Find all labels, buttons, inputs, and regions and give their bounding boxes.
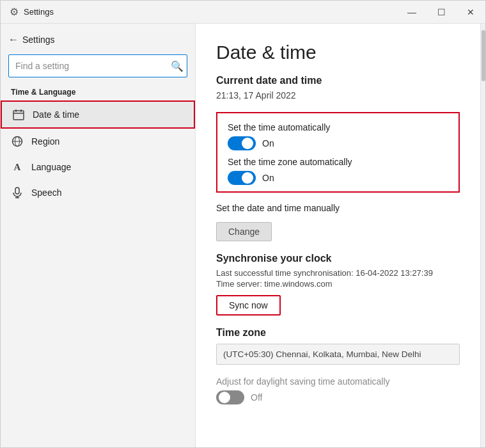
main-content: Date & time Current date and time 21:13,… [196,24,480,447]
maximize-button[interactable]: ☐ [427,1,456,24]
search-input[interactable] [8,54,187,77]
set-timezone-auto-row: Set the time zone automatically On [228,157,448,185]
set-manual-label: Set the date and time manually [216,203,460,213]
titlebar: ⚙ Settings — ☐ ✕ [1,1,485,24]
page-title: Date & time [216,42,460,63]
timezone-section: Time zone (UTC+05:30) Chennai, Kolkata, … [216,327,460,365]
auto-settings-section: Set the time automatically On Set the ti… [216,112,460,193]
back-button[interactable]: ← Settings [1,29,195,51]
set-time-auto-control: On [228,136,448,150]
titlebar-title: Settings [24,7,54,17]
sync-section-label: Synchronise your clock [216,253,460,264]
set-time-auto-row: Set the time automatically On [228,122,448,150]
sidebar-item-language-label: Language [31,162,71,172]
toggle-thumb-2 [242,172,253,184]
sidebar-item-date-time-label: Date & time [33,109,79,120]
timezone-dropdown[interactable]: (UTC+05:30) Chennai, Kolkata, Mumbai, Ne… [216,344,460,365]
search-icon-button[interactable]: 🔍 [171,60,184,72]
set-timezone-auto-toggle[interactable] [228,171,256,185]
speech-icon [11,186,24,199]
minimize-button[interactable]: — [397,1,427,24]
sync-now-button[interactable]: Sync now [216,295,281,316]
sidebar-item-speech-label: Speech [31,188,61,198]
titlebar-controls: — ☐ ✕ [397,1,485,24]
sync-info-2: Time server: time.windows.com [216,279,460,289]
set-timezone-auto-value: On [262,173,274,183]
settings-icon: ⚙ [10,6,19,18]
settings-window: ⚙ Settings — ☐ ✕ ← Settings 🔍 Time & Lan… [0,0,486,448]
daylight-control: Off [216,390,460,404]
daylight-value: Off [251,392,262,403]
content-area: ← Settings 🔍 Time & Language Date & t [1,24,485,447]
change-button[interactable]: Change [216,222,272,241]
sidebar-item-speech[interactable]: Speech [1,180,195,205]
sidebar-item-date-time[interactable]: Date & time [1,100,195,129]
set-time-auto-toggle[interactable] [228,136,256,150]
svg-rect-0 [13,111,24,120]
toggle-thumb-3 [219,392,230,403]
daylight-toggle[interactable] [216,390,244,404]
language-icon: A [11,161,24,173]
set-time-auto-value: On [262,138,274,148]
manual-section: Set the date and time manually Change [216,203,460,241]
sidebar-item-region[interactable]: Region [1,129,195,154]
scrollbar-thumb[interactable] [482,30,485,81]
current-datetime: 21:13, 17 April 2022 [216,90,460,100]
scrollbar-track[interactable] [480,24,485,447]
daylight-label: Adjust for daylight saving time automati… [216,376,460,387]
sidebar-item-language[interactable]: A Language [1,154,195,180]
sidebar-item-region-label: Region [31,136,59,147]
sidebar-section-label: Time & Language [1,85,195,100]
sync-info-1: Last successful time synchronisation: 16… [216,268,460,278]
search-box: 🔍 [8,54,187,77]
close-button[interactable]: ✕ [456,1,485,24]
back-label: Settings [22,35,55,45]
svg-rect-7 [15,188,19,194]
set-timezone-auto-label: Set the time zone automatically [228,157,448,167]
timezone-label: Time zone [216,327,460,339]
region-icon [11,135,24,148]
daylight-section: Adjust for daylight saving time automati… [216,376,460,404]
sync-section: Synchronise your clock Last successful t… [216,253,460,316]
back-arrow-icon: ← [8,34,19,45]
set-time-auto-label: Set the time automatically [228,122,448,132]
toggle-thumb-1 [242,138,253,149]
current-section-header: Current date and time [216,75,460,86]
set-timezone-auto-control: On [228,171,448,185]
date-time-icon [12,108,25,121]
titlebar-left: ⚙ Settings [10,6,54,18]
sidebar: ← Settings 🔍 Time & Language Date & t [1,24,196,447]
